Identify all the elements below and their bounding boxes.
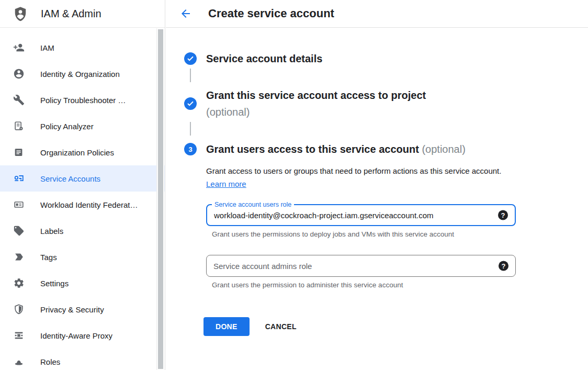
help-icon: ? — [502, 262, 506, 270]
done-button[interactable]: DONE — [203, 317, 250, 336]
shield-half-icon — [13, 303, 25, 316]
sidebar-item-label: Identity & Organization — [40, 70, 120, 79]
sidebar-item-identity-aware-proxy[interactable]: Identity-Aware Proxy — [0, 322, 165, 349]
help-icon: ? — [501, 211, 505, 219]
step-title-text: Grant this service account access to pro… — [206, 89, 426, 101]
users-role-help-button[interactable]: ? — [498, 210, 508, 220]
users-role-input[interactable] — [207, 205, 515, 225]
sidebar-title: IAM & Admin — [41, 8, 101, 20]
sidebar-nav: IAM Identity & Organization Policy Troub… — [0, 28, 165, 370]
sidebar-item-label: Tags — [40, 253, 57, 262]
optional-text: (optional) — [422, 143, 465, 155]
step-connector — [184, 122, 197, 136]
check-circle-icon — [184, 52, 197, 65]
admins-role-field: ? — [206, 255, 516, 277]
sidebar-item-service-accounts[interactable]: Service Accounts — [0, 165, 165, 192]
proxy-bars-icon — [13, 329, 25, 342]
person-add-icon — [13, 41, 25, 54]
sidebar: IAM & Admin IAM Identity & Organization — [0, 0, 165, 370]
sidebar-item-label: Roles — [40, 357, 60, 366]
sidebar-item-label: Privacy & Security — [40, 305, 104, 314]
step-title: Service account details — [206, 52, 322, 65]
account-circle-icon — [13, 68, 25, 80]
sidebar-item-label: Workload Identity Federat… — [40, 200, 138, 209]
sidebar-item-policy-troubleshooter[interactable]: Policy Troubleshooter … — [0, 87, 165, 113]
sidebar-item-workload-identity-federation[interactable]: Workload Identity Federat… — [0, 192, 165, 218]
service-account-icon — [13, 172, 25, 185]
sidebar-item-label: Policy Troubleshooter … — [40, 96, 126, 105]
sidebar-item-labels[interactable]: Labels — [0, 218, 165, 244]
label-tag-icon — [13, 225, 25, 237]
back-button[interactable] — [179, 7, 192, 20]
sidebar-item-label: Organization Policies — [40, 148, 114, 157]
page-title: Create service account — [208, 7, 334, 20]
stepper: Service account details Grant this servi… — [166, 28, 588, 336]
admins-role-helper-text: Grant users the permission to administer… — [212, 281, 588, 289]
sidebar-scrollbar-thumb[interactable] — [158, 29, 163, 369]
sidebar-item-label: Policy Analyzer — [40, 122, 94, 131]
sidebar-item-label: Labels — [40, 227, 63, 236]
tag-arrow-icon — [13, 251, 25, 263]
hat-icon — [13, 355, 25, 368]
sidebar-item-policy-analyzer[interactable]: Policy Analyzer — [0, 113, 165, 139]
sidebar-item-label: Identity-Aware Proxy — [40, 331, 112, 340]
arrow-left-icon — [179, 7, 192, 20]
step-grant-access-to-project[interactable]: Grant this service account access to pro… — [184, 88, 588, 119]
users-role-helper-text: Grant users the permissions to deploy jo… — [212, 230, 588, 239]
sidebar-item-identity-organization[interactable]: Identity & Organization — [0, 61, 165, 87]
sidebar-item-label: IAM — [40, 43, 54, 52]
step-description: Grant access to users or groups that nee… — [206, 164, 510, 190]
sidebar-item-settings[interactable]: Settings — [0, 270, 165, 296]
step-title: Grant this service account access to pro… — [206, 88, 426, 119]
main-panel: Create service account Service account d… — [166, 0, 588, 370]
sidebar-scrollbar-track — [156, 28, 164, 370]
step-optional-label: (optional) — [206, 105, 426, 119]
step-optional-label: (optional) — [422, 143, 465, 155]
admins-role-input[interactable] — [207, 255, 515, 276]
admins-role-help-button[interactable]: ? — [499, 261, 508, 271]
iam-admin-shield-icon — [13, 6, 28, 21]
wrench-icon — [13, 94, 25, 106]
cancel-button[interactable]: CANCEL — [265, 322, 297, 331]
gear-icon — [13, 277, 25, 289]
sidebar-item-organization-policies[interactable]: Organization Policies — [0, 139, 165, 165]
app-window: IAM & Admin IAM Identity & Organization — [0, 0, 588, 370]
users-role-field: Service account users role ? — [206, 204, 516, 226]
step-number-badge: 3 — [184, 143, 197, 155]
check-circle-icon — [184, 97, 197, 110]
sidebar-item-tags[interactable]: Tags — [0, 244, 165, 270]
id-card-icon — [13, 198, 25, 211]
step-body: Grant access to users or groups that nee… — [206, 164, 588, 336]
learn-more-link[interactable]: Learn more — [206, 180, 246, 188]
sidebar-item-label: Settings — [40, 279, 69, 288]
policy-analyzer-icon — [13, 120, 25, 132]
step-description-text: Grant access to users or groups that nee… — [206, 166, 501, 175]
step-connector — [184, 69, 197, 82]
step-title-text: Grant users access to this service accou… — [206, 143, 419, 155]
main-header: Create service account — [166, 0, 588, 28]
actions-row: DONE CANCEL — [203, 317, 588, 336]
step-title: Grant users access to this service accou… — [206, 142, 466, 156]
sidebar-item-iam[interactable]: IAM — [0, 35, 165, 61]
sidebar-item-label: Service Accounts — [40, 174, 100, 183]
sidebar-item-roles[interactable]: Roles — [0, 349, 165, 370]
document-lines-icon — [13, 146, 25, 159]
sidebar-item-privacy-security[interactable]: Privacy & Security — [0, 296, 165, 322]
sidebar-header: IAM & Admin — [0, 0, 165, 28]
step-grant-users-access[interactable]: 3 Grant users access to this service acc… — [184, 142, 588, 156]
step-service-account-details[interactable]: Service account details — [184, 52, 588, 65]
